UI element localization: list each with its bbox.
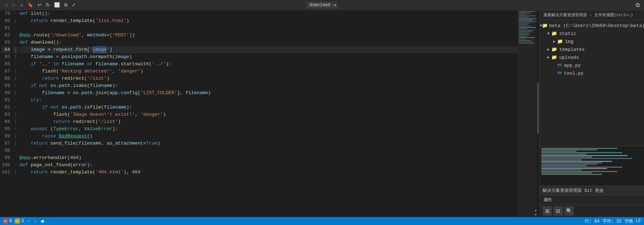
code-line-94: return redirect('/list') <box>19 118 518 125</box>
code-line-88: return redirect('/list') <box>19 75 518 82</box>
code-line-97: return send_file(filename, as_attachment… <box>19 140 518 147</box>
status-spaces: 空格 <box>625 218 633 224</box>
minimap-up-button[interactable]: ▲ <box>532 208 539 212</box>
status-bar: ✕ 0 ⚠ 3 ↑ ↓ ◀ 行: 84 字符: 32 空格 LF <box>0 217 644 225</box>
properties-sort-button[interactable]: ⊟ <box>553 206 563 216</box>
status-error-section[interactable]: ✕ 0 <box>3 219 12 224</box>
main-area: 79 80 81 82 83 84 85 86 87 88 89 90 91 9… <box>0 10 644 217</box>
file-dropdown[interactable]: download <box>306 2 338 8</box>
tree-label-beta: beta (C:\Users\29669\Desktop\beta) <box>549 23 644 28</box>
code-line-98 <box>19 147 518 154</box>
status-back-button[interactable]: ◀ <box>40 219 44 224</box>
properties-section: 属性 <box>540 195 644 204</box>
tree-label-img: img <box>565 39 573 44</box>
minimap: ▲ ▼ <box>518 10 539 217</box>
file-dropdown-wrapper[interactable]: download <box>306 2 338 8</box>
status-col: 字符: 32 <box>603 218 622 224</box>
code-line-87: flash('Hacking detected!', 'danger') <box>19 68 518 75</box>
nav-home-button[interactable]: ⌂ <box>19 1 25 8</box>
code-line-85: filename = posixpath.normpath(image) <box>19 53 518 61</box>
tree-item-beta[interactable]: ▼ 📁 beta (C:\Users\29669\Desktop\beta) <box>540 22 644 30</box>
folder-icon-static: 📁 <box>551 31 558 36</box>
file-explorer: 搜索解决方案资源管理器 - 文件夹视图(Ctrl+;) ▼ 📁 beta (C:… <box>539 10 644 217</box>
file-tree[interactable]: ▼ 📁 beta (C:\Users\29669\Desktop\beta) ▼… <box>540 20 644 146</box>
warning-icon: ⚠ <box>15 219 20 224</box>
tree-item-uploads[interactable]: ▶ 📁 uploads <box>540 53 644 61</box>
code-line-96: raise BadRequest() <box>19 133 518 140</box>
code-line-101: return render_template('404.html'), 404 <box>19 169 518 176</box>
code-line-99: @app.errorhandler(404) <box>19 154 518 162</box>
status-warning-section[interactable]: ⚠ 3 <box>15 219 24 224</box>
nav-undo-button[interactable]: ↩ <box>36 1 43 8</box>
tree-label-static: static <box>559 31 576 36</box>
top-bar: ◁ ▷ ⌂ 🔖 ↩ ↻ ⬜ ⧉ ⤢ download ▼ ⧉ <box>0 0 644 10</box>
nav-back-button[interactable]: ◁ <box>3 1 9 8</box>
nav-extra-button[interactable]: ⤢ <box>70 1 77 8</box>
code-line-91: try: <box>19 97 518 104</box>
tree-label-app-py: app.py <box>564 63 581 68</box>
status-down-button[interactable]: ↓ <box>33 219 37 224</box>
tree-label-uploads: uploads <box>559 55 579 60</box>
py-badge-tool: PY <box>557 71 563 75</box>
status-encoding: LF <box>636 219 641 224</box>
code-line-80: return render_template('list.html') <box>19 17 518 25</box>
tree-item-static[interactable]: ▼ 📁 static <box>540 30 644 38</box>
code-line-100: def page_not_found(error): <box>19 162 518 169</box>
tree-label-tool-py: tool.py <box>564 71 584 76</box>
folder-icon-beta: 📁 <box>542 23 548 28</box>
nav-forward-button[interactable]: ▷ <box>11 1 17 8</box>
nav-copy-button[interactable]: ⧉ <box>63 1 69 9</box>
error-count: 0 <box>9 219 12 224</box>
solution-explorer-tab[interactable]: 解决方案资源管理器 <box>543 188 582 194</box>
sidebar-code-preview <box>540 146 644 186</box>
folder-icon-img: 📁 <box>557 39 564 44</box>
tree-item-tool-py[interactable]: PY tool.py <box>540 69 644 77</box>
tree-arrow-uploads: ▶ <box>546 55 551 59</box>
code-lines[interactable]: def list(): return render_template('list… <box>18 10 518 217</box>
tree-item-templates[interactable]: ▶ 📁 templates <box>540 45 644 53</box>
code-line-93: flash('Image doesn\'t exist!', 'danger') <box>19 111 518 118</box>
code-editor[interactable]: 79 80 81 82 83 84 85 86 87 88 89 90 91 9… <box>0 10 539 217</box>
status-row: 行: 84 <box>585 218 600 224</box>
tree-arrow-templates: ▶ <box>546 47 551 52</box>
nav-bookmark-button[interactable]: 🔖 <box>26 1 35 8</box>
folder-icon-uploads: 📁 <box>551 54 558 60</box>
code-line-79: def list(): <box>19 10 518 17</box>
code-line-81 <box>19 25 518 32</box>
tree-label-templates: templates <box>559 47 585 52</box>
code-line-95: except (TypeError, ValueError): <box>19 125 518 133</box>
minimap-down-button[interactable]: ▼ <box>532 212 539 217</box>
nav-split-button[interactable]: ⧉ <box>634 1 641 9</box>
file-explorer-header: 搜索解决方案资源管理器 - 文件夹视图(Ctrl+;) <box>540 10 644 20</box>
error-icon: ✕ <box>3 219 8 224</box>
nav-refresh-button[interactable]: ↻ <box>44 1 51 8</box>
code-line-83: def download(): <box>19 39 518 46</box>
app-container: ◁ ▷ ⌂ 🔖 ↩ ↻ ⬜ ⧉ ⤢ download ▼ ⧉ <box>0 0 644 225</box>
line-numbers: 79 80 81 82 83 84 85 86 87 88 89 90 91 9… <box>0 10 13 217</box>
git-tab[interactable]: Git 更改 <box>585 188 604 194</box>
tree-arrow-img: ▶ <box>551 39 557 44</box>
properties-grid-button[interactable]: ⊞ <box>543 206 552 216</box>
code-line-90: filename = os.path.join(app.config['LIST… <box>19 89 518 97</box>
properties-search-button[interactable]: 🔍 <box>564 206 574 216</box>
code-line-89: if not os.path.isabs(filename): <box>19 82 518 89</box>
code-line-92: if not os.path.isfile(filename): <box>19 104 518 111</box>
tree-item-app-py[interactable]: PY app.py <box>540 61 644 69</box>
code-line-82: @app.route('/download', methods=['POST']… <box>19 32 518 39</box>
properties-icons: ⊞ ⊟ 🔍 <box>540 204 644 217</box>
code-line-86: if '..' in filename or filename.startswi… <box>19 61 518 68</box>
py-badge-app: PY <box>557 63 563 67</box>
warning-count: 3 <box>21 219 24 224</box>
tree-arrow-static: ▼ <box>546 32 551 36</box>
nav-window-button[interactable]: ⬜ <box>53 1 61 8</box>
status-up-button[interactable]: ↑ <box>27 219 30 224</box>
code-line-84: 🔖 image = request.form['image'] <box>19 46 518 53</box>
folder-icon-templates: 📁 <box>551 47 558 52</box>
fold-indicators: − │ − │ │ − │ │ − │ − − │ │ − │ │ <box>13 10 18 217</box>
tree-item-img[interactable]: ▶ 📁 img <box>540 38 644 45</box>
sidebar-bottom-bar: 解决方案资源管理器 Git 更改 <box>540 186 644 195</box>
